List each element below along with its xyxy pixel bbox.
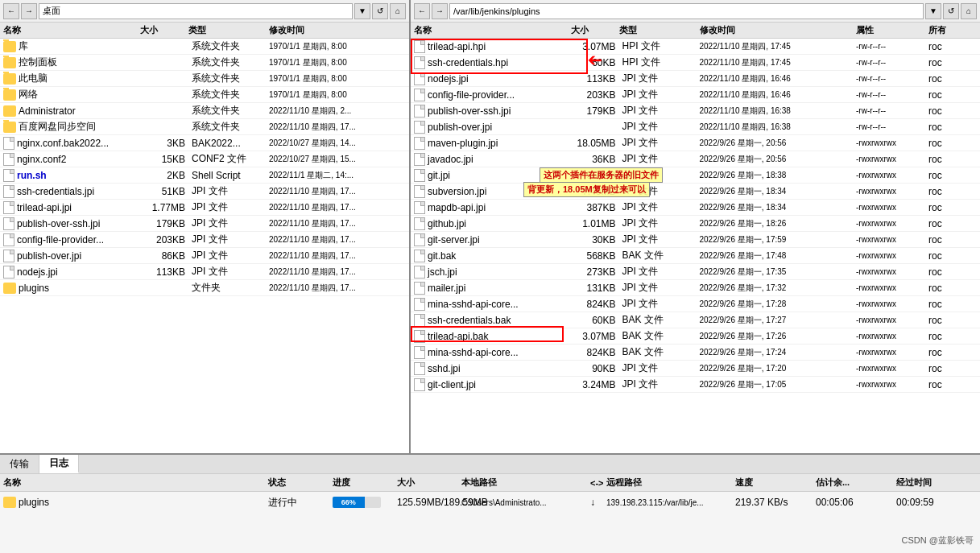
list-item[interactable]: ssh-credentials.jpi 51KB JPI 文件 2022/11/… [0, 184, 409, 200]
right-forward-button[interactable]: → [432, 3, 448, 19]
list-item[interactable]: javadoc.jpi 36KB JPI 文件 2022/9/26 星期一, 2… [411, 151, 980, 167]
list-item[interactable]: nodejs.jpi 113KB JPI 文件 2022/11/10 星期四, … [0, 264, 409, 280]
right-col-size[interactable]: 大小 [571, 24, 619, 36]
list-item[interactable]: trilead-api.hpi 3.07MB HPI 文件 2022/11/10… [411, 39, 980, 55]
list-item[interactable]: git-server.jpi 30KB JPI 文件 2022/9/26 星期一… [411, 232, 980, 248]
file-type-cell: 系统文件夹 [188, 120, 269, 134]
file-type-cell: JPI 文件 [619, 217, 700, 230]
transfer-header: 名称 状态 进度 大小 本地路径 <-> 远程路径 速度 估计余... 经过时间 [0, 474, 980, 492]
file-name-cell: sshd.jpi [414, 362, 571, 375]
left-refresh-button[interactable]: ↺ [372, 3, 388, 19]
right-col-attr[interactable]: 属性 [856, 24, 928, 36]
right-col-owner[interactable]: 所有 [928, 24, 977, 36]
list-item[interactable]: config-file-provider... 203KB JPI 文件 202… [411, 87, 980, 103]
file-name-cell: git.bak [414, 250, 571, 262]
file-type-cell: JPI 文件 [619, 168, 700, 182]
list-item[interactable]: publish-over-ssh.jpi 179KB JPI 文件 2022/1… [411, 103, 980, 119]
tab-transfer[interactable]: 传输 [0, 455, 39, 473]
doc-icon [3, 233, 14, 246]
left-col-size[interactable]: 大小 [140, 24, 188, 36]
file-date-cell: 2022/11/10 星期四, 2... [269, 105, 406, 117]
file-name-text: ssh-credentials.hpi [428, 57, 508, 68]
left-panel-content[interactable]: 库 系统文件夹 1970/1/1 星期四, 8:00 控制面板 系统文件夹 19… [0, 39, 409, 453]
file-size-cell: 7.40MB [571, 186, 619, 197]
list-item[interactable]: mailer.jpi 131KB JPI 文件 2022/9/26 星期一, 1… [411, 280, 980, 296]
list-item[interactable]: sshd.jpi 90KB JPI 文件 2022/9/26 星期一, 17:2… [411, 361, 980, 377]
right-path-bar[interactable]: /var/lib/jenkins/plugins [449, 3, 924, 19]
list-item[interactable]: mina-sshd-api-core... 824KB BAK 文件 2022/… [411, 345, 980, 361]
list-item[interactable]: 网络 系统文件夹 1970/1/1 星期四, 8:00 [0, 87, 409, 103]
file-type-cell: JPI 文件 [188, 200, 269, 214]
list-item[interactable]: nodejs.jpi 113KB JPI 文件 2022/11/10 星期四, … [411, 71, 980, 87]
list-item[interactable]: publish-over-ssh.jpi 179KB JPI 文件 2022/1… [0, 216, 409, 232]
right-panel-content[interactable]: trilead-api.hpi 3.07MB HPI 文件 2022/11/10… [411, 39, 980, 393]
file-attr-cell: -rwxrwxrwx [856, 380, 928, 389]
left-col-type[interactable]: 类型 [188, 24, 269, 36]
file-name-text: publish-over-ssh.jpi [428, 105, 511, 117]
file-date-cell: 2022/10/27 星期四, 15... [269, 154, 406, 165]
list-item[interactable]: git.jpi 568KB JPI 文件 2022/9/26 星期一, 18:3… [411, 167, 980, 184]
file-attr-cell: -rwxrwxrwx [856, 171, 928, 180]
list-item[interactable]: publish-over.jpi JPI 文件 2022/11/10 星期四, … [411, 119, 980, 135]
list-item[interactable]: publish-over.jpi 86KB JPI 文件 2022/11/10 … [0, 248, 409, 264]
list-item[interactable]: git.bak 568KB BAK 文件 2022/9/26 星期一, 17:4… [411, 248, 980, 264]
doc-icon [414, 233, 425, 246]
right-home-button[interactable]: ⌂ [961, 3, 977, 19]
left-forward-button[interactable]: → [21, 3, 37, 19]
list-item[interactable]: config-file-provider... 203KB JPI 文件 202… [0, 232, 409, 248]
file-name-text: mailer.jpi [428, 283, 465, 294]
doc-icon [414, 266, 425, 279]
progress-bar-fill: 66% [333, 497, 365, 508]
list-item[interactable]: ssh-credentials.bak 60KB BAK 文件 2022/9/2… [411, 312, 980, 328]
file-type-cell: JPI 文件 [619, 72, 700, 85]
list-item[interactable]: trilead-api.jpi 1.77MB JPI 文件 2022/11/10… [0, 200, 409, 216]
right-refresh-button[interactable]: ↺ [943, 3, 959, 19]
list-item[interactable]: 百度网盘同步空间 系统文件夹 2022/11/10 星期四, 17... [0, 119, 409, 135]
left-col-name[interactable]: 名称 [3, 24, 140, 36]
tab-log[interactable]: 日志 [39, 455, 79, 473]
file-name-text: 控制面板 [19, 56, 57, 69]
list-item[interactable]: subversion.jpi 7.40MB JPI 文件 2022/9/26 星… [411, 184, 980, 200]
file-size-cell: 113KB [571, 73, 619, 85]
doc-icon [414, 314, 425, 327]
file-name-cell: mailer.jpi [414, 282, 571, 295]
list-item[interactable]: nginx.conf.bak2022... 3KB BAK2022... 202… [0, 135, 409, 151]
list-item[interactable]: run.sh 2KB Shell Script 2022/11/1 星期二, 1… [0, 167, 409, 184]
right-dropdown-button[interactable]: ▼ [925, 3, 941, 19]
right-col-type[interactable]: 类型 [619, 24, 700, 36]
file-name-text: nginx.conf2 [17, 154, 66, 165]
list-item[interactable]: jsch.jpi 273KB JPI 文件 2022/9/26 星期一, 17:… [411, 264, 980, 280]
list-item[interactable]: mina-sshd-api-core... 824KB JPI 文件 2022/… [411, 296, 980, 312]
list-item[interactable]: maven-plugin.jpi 18.05MB JPI 文件 2022/9/2… [411, 135, 980, 151]
left-dropdown-button[interactable]: ▼ [354, 3, 370, 19]
left-path-bar[interactable]: 桌面 [39, 3, 353, 19]
doc-icon [414, 185, 425, 198]
right-back-button[interactable]: ← [414, 3, 430, 19]
list-item[interactable]: ssh-credentials.hpi 60KB HPI 文件 2022/11/… [411, 55, 980, 71]
file-date-cell: 2022/11/10 星期四, 17:45 [700, 41, 857, 52]
list-item[interactable]: git-client.jpi 3.24MB JPI 文件 2022/9/26 星… [411, 377, 980, 393]
list-item[interactable]: mapdb-api.jpi 387KB JPI 文件 2022/9/26 星期一… [411, 200, 980, 216]
file-name-text: run.sh [17, 170, 47, 181]
file-name-text: git.jpi [428, 170, 450, 181]
list-item[interactable]: plugins 文件夹 2022/11/10 星期四, 17... [0, 280, 409, 296]
list-item[interactable]: trilead-api.bak 3.07MB BAK 文件 2022/9/26 … [411, 328, 980, 345]
file-owner-cell: roc [928, 283, 977, 294]
list-item[interactable]: 控制面板 系统文件夹 1970/1/1 星期四, 8:00 [0, 55, 409, 71]
list-item[interactable]: Administrator 系统文件夹 2022/11/10 星期四, 2... [0, 103, 409, 119]
file-date-cell: 2022/10/27 星期四, 14... [269, 138, 406, 149]
list-item[interactable]: 库 系统文件夹 1970/1/1 星期四, 8:00 [0, 39, 409, 55]
file-name-cell: Administrator [3, 105, 140, 117]
list-item[interactable]: github.jpi 1.01MB JPI 文件 2022/9/26 星期一, … [411, 216, 980, 232]
left-back-button[interactable]: ← [3, 3, 19, 19]
file-size-cell: 60KB [571, 57, 619, 68]
list-item[interactable]: 此电脑 系统文件夹 1970/1/1 星期四, 8:00 [0, 71, 409, 87]
file-name-text: git-client.jpi [428, 379, 476, 390]
file-size-cell: 86KB [140, 250, 188, 262]
doc-icon [414, 346, 425, 359]
left-home-button[interactable]: ⌂ [390, 3, 406, 19]
right-col-name[interactable]: 名称 [414, 24, 571, 36]
left-col-date[interactable]: 修改时间 [269, 24, 406, 36]
right-col-date[interactable]: 修改时间 [700, 24, 857, 36]
list-item[interactable]: nginx.conf2 15KB CONF2 文件 2022/10/27 星期四… [0, 151, 409, 167]
